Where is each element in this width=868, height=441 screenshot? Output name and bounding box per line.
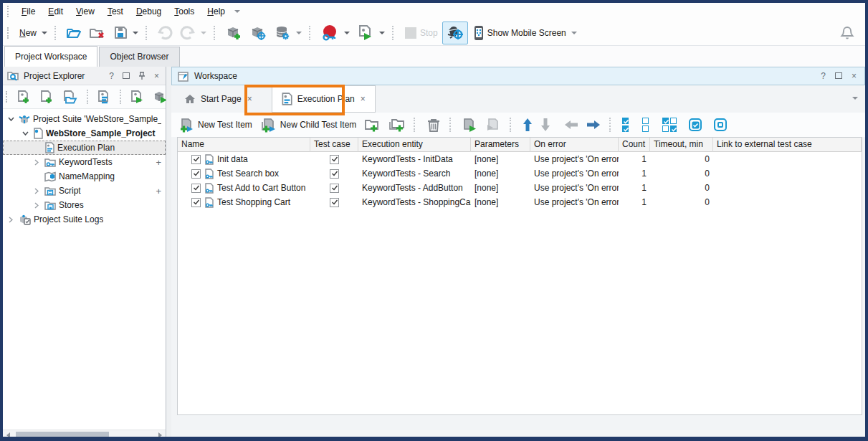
chevron-down-icon[interactable] — [133, 32, 138, 34]
close-project-button[interactable] — [86, 24, 109, 42]
tab-list-caret-icon[interactable] — [852, 97, 858, 100]
new-child-test-item-button[interactable]: New Child Test Item — [258, 116, 358, 134]
table-row[interactable]: Init data KeywordTests - InitData [none]… — [178, 152, 862, 166]
count-cell[interactable]: 1 — [619, 169, 650, 179]
tree-item-execution-plan[interactable]: Execution Plan — [3, 141, 166, 155]
menu-help[interactable]: Help — [201, 4, 232, 19]
parameters-cell[interactable]: [none] — [471, 154, 530, 164]
row-checkbox[interactable] — [191, 155, 201, 164]
add-new-item-button[interactable] — [14, 87, 34, 106]
tree-item-stores[interactable]: Stores — [3, 198, 166, 212]
move-up-button[interactable] — [520, 116, 535, 133]
count-cell[interactable]: 1 — [619, 154, 650, 164]
chevron-collapsed-icon[interactable] — [6, 217, 16, 223]
open-project-button[interactable] — [63, 24, 85, 42]
new-item-button[interactable] — [37, 87, 57, 106]
chevron-expanded-icon[interactable] — [20, 131, 30, 136]
tree-item-script[interactable]: Script + — [3, 184, 166, 198]
chevron-down-icon[interactable] — [296, 32, 302, 34]
on-error-cell[interactable]: Use project's 'On error... — [530, 197, 619, 207]
database-settings-button[interactable] — [271, 23, 305, 43]
run-focused-item-button[interactable] — [460, 116, 480, 134]
close-tab-icon[interactable]: × — [360, 94, 366, 104]
test-case-checkbox[interactable] — [330, 184, 339, 193]
tab-object-browser[interactable]: Object Browser — [99, 47, 179, 67]
add-child-button[interactable]: + — [156, 186, 161, 196]
column-header-test-case[interactable]: Test case — [310, 138, 358, 152]
tree-item-project[interactable]: WebStore_Sample_Project — [3, 126, 166, 141]
scroll-left-icon[interactable] — [6, 432, 10, 438]
menu-edit[interactable]: Edit — [42, 4, 70, 19]
notifications-button[interactable] — [836, 23, 858, 43]
test-case-checkbox[interactable] — [330, 169, 339, 179]
menu-view[interactable]: View — [70, 4, 101, 19]
parameters-cell[interactable]: [none] — [471, 169, 530, 179]
row-checkbox[interactable] — [191, 184, 201, 193]
close-button[interactable]: × — [152, 71, 161, 81]
tree-item-project-suite[interactable]: Project Suite 'WebStore_Sample_Proje — [3, 112, 166, 126]
column-header-on-error[interactable]: On error — [530, 138, 619, 152]
debug-spy-toggle[interactable] — [442, 22, 468, 44]
column-header-parameters[interactable]: Parameters — [471, 138, 530, 152]
execution-entity-cell[interactable]: KeywordTests - InitData — [358, 154, 471, 164]
menu-debug[interactable]: Debug — [130, 4, 168, 19]
horizontal-scrollbar[interactable] — [3, 430, 166, 439]
invert-checks-button[interactable] — [660, 116, 679, 133]
menu-tools[interactable]: Tools — [168, 4, 201, 19]
test-case-checkbox[interactable] — [330, 155, 339, 164]
uncheck-all-button[interactable] — [640, 116, 651, 133]
move-right-button[interactable] — [584, 118, 603, 131]
timeout-cell[interactable]: 0 — [650, 183, 713, 193]
parameters-cell[interactable]: [none] — [471, 183, 530, 193]
tree-item-keywordtests[interactable]: KeywordTests + — [3, 155, 166, 169]
tree-item-namemapping[interactable]: NameMapping — [3, 169, 166, 184]
chevron-down-icon[interactable] — [571, 32, 577, 34]
menu-test[interactable]: Test — [101, 4, 130, 19]
close-tab-icon[interactable]: × — [247, 94, 253, 104]
maximize-button[interactable] — [120, 71, 132, 81]
on-error-cell[interactable]: Use project's 'On error... — [530, 183, 619, 193]
check-selected-button[interactable] — [687, 117, 704, 133]
record-test-button[interactable] — [318, 22, 353, 44]
panel-splitter[interactable] — [166, 67, 171, 439]
uncheck-selected-button[interactable] — [712, 117, 729, 133]
timeout-cell[interactable]: 0 — [650, 169, 713, 179]
on-error-cell[interactable]: Use project's 'On error... — [530, 169, 619, 179]
close-button[interactable]: × — [849, 71, 859, 81]
table-row[interactable]: Test Add to Cart Button KeywordTests - A… — [178, 181, 862, 195]
pin-button[interactable] — [136, 72, 148, 80]
new-test-item-button[interactable]: New Test Item — [177, 116, 254, 134]
organize-items-button[interactable] — [94, 87, 114, 106]
tab-execution-plan[interactable]: Execution Plan × — [272, 85, 376, 113]
delete-button[interactable] — [424, 116, 443, 134]
row-checkbox[interactable] — [191, 198, 201, 207]
column-header-timeout[interactable]: Timeout, min — [650, 138, 713, 152]
column-header-link[interactable]: Link to external test case — [713, 138, 862, 152]
chevron-expanded-icon[interactable] — [6, 117, 16, 121]
chevron-collapsed-icon[interactable] — [32, 202, 42, 209]
chevron-down-icon[interactable] — [344, 32, 350, 34]
run-test-button[interactable] — [354, 22, 388, 44]
column-header-execution-entity[interactable]: Execution entity — [358, 138, 471, 152]
object-spy-button[interactable] — [247, 23, 270, 43]
menu-overflow-caret[interactable] — [234, 10, 240, 13]
new-button[interactable]: New — [16, 26, 50, 40]
timeout-cell[interactable]: 0 — [650, 197, 713, 207]
tab-project-workspace[interactable]: Project Workspace — [4, 46, 97, 67]
show-mobile-screen-button[interactable]: Show Mobile Screen — [469, 22, 580, 44]
help-button[interactable]: ? — [819, 71, 828, 81]
help-button[interactable]: ? — [107, 71, 116, 81]
tree-item-project-suite-logs[interactable]: Project Suite Logs — [3, 212, 166, 227]
count-cell[interactable]: 1 — [619, 197, 650, 207]
column-header-name[interactable]: Name — [178, 138, 310, 152]
new-child-group-button[interactable] — [386, 116, 407, 133]
row-checkbox[interactable] — [191, 169, 201, 179]
on-error-cell[interactable]: Use project's 'On error... — [530, 154, 619, 164]
scrollbar-thumb[interactable] — [16, 432, 109, 438]
tab-start-page[interactable]: Start Page × — [176, 87, 262, 110]
test-case-checkbox[interactable] — [330, 198, 339, 207]
table-row[interactable]: Test Search box KeywordTests - Search [n… — [178, 166, 862, 181]
execution-entity-cell[interactable]: KeywordTests - ShoppingCart — [358, 197, 471, 207]
chevron-down-icon[interactable] — [379, 32, 385, 34]
scroll-right-icon[interactable] — [158, 432, 162, 438]
